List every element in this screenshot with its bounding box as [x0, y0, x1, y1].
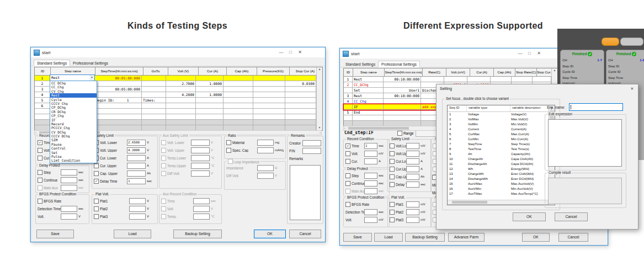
- scroll-left-arrow[interactable]: ‹: [344, 126, 345, 130]
- checkbox[interactable]: ✓: [38, 140, 42, 145]
- dropdown-item[interactable]: CCCV_DChg: [50, 134, 97, 138]
- tab-professional-settings[interactable]: Professional Settings: [70, 60, 111, 66]
- dropdown-item[interactable]: CR_DChg: [50, 110, 97, 114]
- checkbox[interactable]: [94, 163, 99, 168]
- save-button[interactable]: Save: [36, 230, 74, 238]
- item-input[interactable]: 2.6500: [127, 140, 146, 146]
- item-input[interactable]: [61, 177, 77, 183]
- item-input[interactable]: [191, 171, 210, 177]
- checkbox[interactable]: [38, 185, 42, 190]
- tab-standard-settings[interactable]: Standard Settings: [34, 60, 70, 66]
- item-input[interactable]: [406, 166, 419, 172]
- left-window-titlebar[interactable]: start — □ ✕: [31, 47, 325, 57]
- range-checkbox[interactable]: [397, 131, 402, 136]
- variable-row[interactable]: 5CurMaxMax.Curr(A): [448, 132, 555, 137]
- checkbox[interactable]: [345, 189, 350, 194]
- item-input[interactable]: 1: [127, 178, 146, 184]
- item-input[interactable]: [406, 201, 419, 207]
- dropdown-item[interactable]: IF: [50, 118, 97, 122]
- backup-setting-button[interactable]: Backup Setting: [405, 233, 445, 242]
- dropdown-item[interactable]: CP_DChg: [50, 105, 97, 109]
- checkbox[interactable]: [161, 199, 166, 204]
- checkbox[interactable]: [161, 140, 166, 145]
- checkbox[interactable]: [161, 214, 166, 219]
- item-input[interactable]: [364, 188, 377, 194]
- dropdown-item[interactable]: CCCV_Chg: [50, 102, 97, 105]
- close-icon[interactable]: ✕: [629, 86, 636, 92]
- item-input[interactable]: [61, 185, 77, 191]
- dropdown-item[interactable]: SIM: [50, 138, 97, 142]
- variable-row[interactable]: 1VoltageVoltage(V): [448, 112, 555, 117]
- cancel-button[interactable]: Cancel: [289, 230, 321, 238]
- tab-professional-settings[interactable]: Professional Settings: [378, 61, 420, 67]
- dropdown-item[interactable]: Pulse: [50, 155, 97, 158]
- checkbox[interactable]: [38, 178, 42, 183]
- checkbox[interactable]: [390, 210, 395, 215]
- item-input[interactable]: [257, 173, 274, 179]
- variable-row[interactable]: 6CurMinMin.Curr(A): [448, 137, 555, 142]
- ok-button[interactable]: OK: [522, 233, 550, 242]
- item-input[interactable]: [257, 147, 274, 153]
- scroll-thumb[interactable]: [348, 127, 409, 130]
- item-input[interactable]: [406, 182, 419, 188]
- dropdown-item[interactable]: Pause: [50, 142, 97, 146]
- minimize-button[interactable]: —: [276, 49, 286, 56]
- checkbox[interactable]: [226, 148, 231, 153]
- item-input[interactable]: [364, 151, 377, 157]
- dropdown-item[interactable]: CV_Chg: [50, 89, 97, 93]
- variable-row[interactable]: 13ChargeWhEner CHA(WH): [448, 172, 555, 177]
- close-button[interactable]: ✕: [534, 50, 544, 57]
- item-input[interactable]: [257, 165, 274, 171]
- ok-button[interactable]: OK: [254, 230, 286, 238]
- checkbox[interactable]: [390, 167, 395, 172]
- checkbox[interactable]: [390, 217, 395, 222]
- load-button[interactable]: Load: [374, 233, 403, 242]
- scroll-right-arrow[interactable]: ›: [320, 131, 321, 135]
- checkbox[interactable]: [161, 156, 166, 161]
- checkbox[interactable]: [161, 206, 166, 211]
- checkbox[interactable]: [161, 171, 166, 176]
- close-button[interactable]: ✕: [295, 49, 305, 56]
- scroll-down-arrow[interactable]: ▼: [317, 126, 322, 130]
- item-input[interactable]: 4.3000: [127, 147, 146, 153]
- item-input[interactable]: 1: [364, 143, 377, 149]
- tab-standard-settings[interactable]: Standard Settings: [343, 61, 378, 67]
- item-input[interactable]: [191, 155, 210, 161]
- item-input[interactable]: [406, 217, 419, 223]
- checkbox[interactable]: [38, 156, 42, 161]
- table-vertical-scrollbar[interactable]: ▲▼: [316, 67, 322, 130]
- checkbox[interactable]: [345, 151, 350, 156]
- checkbox[interactable]: [94, 206, 99, 211]
- checkbox[interactable]: [94, 214, 99, 219]
- dropdown-item[interactable]: Rest: [50, 93, 97, 97]
- maximize-button[interactable]: □: [286, 49, 295, 56]
- checkbox[interactable]: [390, 202, 395, 207]
- dropdown-item[interactable]: CV_DChg: [50, 130, 97, 134]
- item-input[interactable]: [191, 163, 210, 169]
- setting-ok-button[interactable]: OK: [513, 212, 546, 221]
- item-input[interactable]: [406, 174, 419, 180]
- variable-list[interactable]: Seq IDvariable typevariable description1…: [447, 105, 555, 205]
- advance-parm-button[interactable]: Advance Parm: [448, 233, 485, 242]
- item-input[interactable]: [193, 214, 210, 220]
- dropdown-item[interactable]: CC_Chg: [50, 85, 97, 89]
- item-input[interactable]: [364, 158, 377, 164]
- item-input[interactable]: [129, 198, 146, 204]
- group-title-checkbox[interactable]: [228, 159, 233, 164]
- checkbox[interactable]: [390, 159, 395, 164]
- table-row[interactable]: 1Rest00:10:00:000: [344, 77, 557, 82]
- checkbox[interactable]: ✓: [345, 143, 350, 148]
- variable-row[interactable]: 8TestTimeTest Time(s): [448, 147, 555, 152]
- minimize-button[interactable]: —: [515, 50, 525, 57]
- item-input[interactable]: [127, 171, 146, 177]
- exp-name-input[interactable]: [569, 103, 623, 111]
- scroll-thumb[interactable]: [452, 201, 487, 204]
- item-input[interactable]: [406, 151, 419, 157]
- checkbox[interactable]: [345, 181, 350, 186]
- orange-toolbar-button[interactable]: [602, 38, 619, 46]
- variable-row[interactable]: 12WhEnergy(WH): [448, 167, 555, 172]
- variable-row[interactable]: 17AuxTMaxMax.AuxTemp(°C): [448, 191, 555, 196]
- item-input[interactable]: [129, 206, 146, 212]
- dropdown-item[interactable]: Limt Condition: [50, 158, 97, 162]
- item-input[interactable]: [364, 173, 377, 179]
